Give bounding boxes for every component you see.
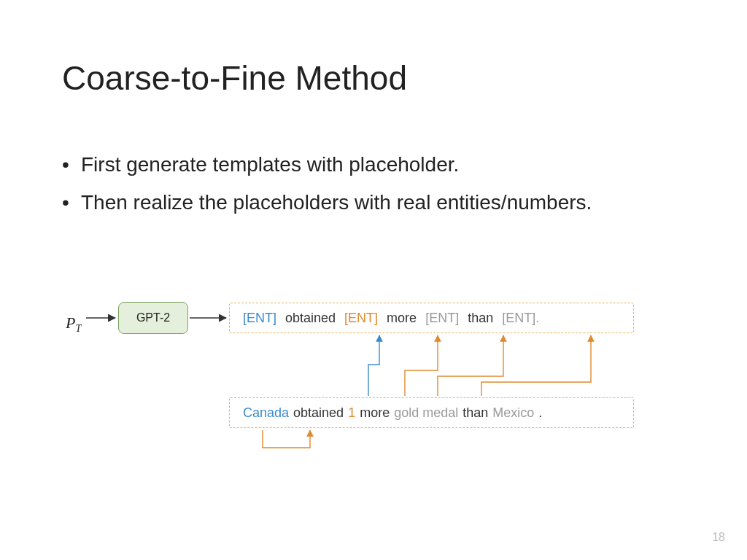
template-token-word: more bbox=[387, 311, 417, 326]
arrow-self-loop bbox=[263, 430, 310, 448]
realized-token: . bbox=[538, 405, 542, 421]
bullet-item: First generate templates with placeholde… bbox=[62, 149, 592, 180]
pt-main: P bbox=[66, 314, 75, 332]
realized-token: Mexico bbox=[492, 405, 534, 421]
template-token-ent: [ENT]. bbox=[502, 311, 539, 326]
realized-token: more bbox=[360, 405, 390, 421]
template-token-ent: [ENT] bbox=[344, 311, 378, 326]
template-token-word: obtained bbox=[285, 311, 336, 326]
bullet-item: Then realize the placeholders with real … bbox=[62, 187, 592, 218]
template-output-box: [ENT] obtained [ENT] more [ENT] than [EN… bbox=[229, 303, 634, 333]
realized-token: obtained bbox=[293, 405, 344, 421]
slide-title: Coarse-to-Fine Method bbox=[62, 58, 407, 98]
page-number: 18 bbox=[712, 531, 725, 544]
realized-token: than bbox=[462, 405, 488, 421]
arrow-link-orange-2 bbox=[438, 335, 503, 396]
model-box: GPT-2 bbox=[118, 302, 188, 334]
template-token-ent: [ENT] bbox=[425, 311, 459, 326]
realized-output-box: Canada obtained 1 more gold medal than M… bbox=[229, 397, 634, 428]
realized-token: 1 bbox=[348, 405, 355, 421]
pt-symbol: PT bbox=[66, 314, 81, 335]
arrow-link-blue bbox=[368, 335, 379, 396]
realized-token: Canada bbox=[243, 405, 289, 421]
template-token-word: than bbox=[468, 311, 493, 326]
bullet-list: First generate templates with placeholde… bbox=[62, 149, 592, 225]
slide: Coarse-to-Fine Method First generate tem… bbox=[0, 0, 747, 560]
arrow-link-orange-3 bbox=[481, 335, 591, 396]
arrow-link-orange-1 bbox=[405, 335, 438, 396]
template-token-ent: [ENT] bbox=[243, 311, 276, 326]
realized-token: gold medal bbox=[394, 405, 458, 421]
pt-subscript: T bbox=[75, 323, 81, 334]
